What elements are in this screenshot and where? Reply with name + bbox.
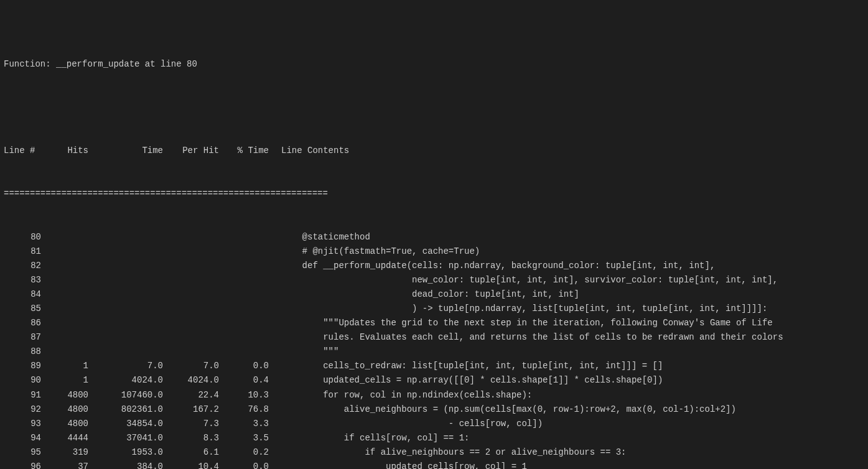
cell-code-contents: if cells[row, col] == 1: bbox=[269, 431, 469, 445]
profiler-row: 914800107460.022.410.3 for row, col in n… bbox=[4, 388, 864, 402]
profiler-row: 9637384.010.40.0 updated_cells[row, col]… bbox=[4, 460, 864, 469]
cell-code-contents: for row, col in np.ndindex(cells.shape): bbox=[269, 388, 532, 402]
cell-line-number: 88 bbox=[4, 345, 41, 359]
cell-code-contents: if alive_neighbours == 2 or alive_neighb… bbox=[269, 445, 627, 460]
profiler-row: 8917.07.00.0 cells_to_redraw: list[tuple… bbox=[4, 359, 864, 373]
profiler-row: 94444437041.08.33.5 if cells[row, col] =… bbox=[4, 431, 864, 445]
blank-line bbox=[4, 86, 864, 101]
cell-time: 37041.0 bbox=[88, 431, 163, 445]
cell-line-number: 89 bbox=[4, 359, 41, 373]
header-percent-time: % Time bbox=[219, 144, 269, 158]
profiler-row: 924800802361.0167.276.8 alive_neighbours… bbox=[4, 402, 864, 417]
cell-code-contents: # @njit(fastmath=True, cache=True) bbox=[269, 244, 480, 259]
cell-percent-time: 3.5 bbox=[219, 431, 269, 445]
cell-per-hit: 7.3 bbox=[163, 417, 219, 431]
cell-time: 1953.0 bbox=[88, 445, 163, 460]
cell-hits: 37 bbox=[41, 460, 88, 469]
cell-hits: 4800 bbox=[41, 388, 88, 402]
cell-code-contents: dead_color: tuple[int, int, int] bbox=[269, 287, 579, 302]
header-hits: Hits bbox=[41, 144, 88, 158]
cell-line-number: 85 bbox=[4, 302, 41, 316]
cell-percent-time: 0.0 bbox=[219, 460, 269, 469]
profiler-function-title: Function: __perform_update at line 80 bbox=[4, 57, 864, 72]
cell-line-number: 92 bbox=[4, 402, 41, 417]
cell-per-hit: 167.2 bbox=[163, 402, 219, 417]
cell-line-number: 93 bbox=[4, 417, 41, 431]
profiler-row: 86 """Updates the grid to the next step … bbox=[4, 316, 864, 330]
cell-line-number: 91 bbox=[4, 388, 41, 402]
cell-percent-time: 76.8 bbox=[219, 402, 269, 417]
cell-time: 802361.0 bbox=[88, 402, 163, 417]
cell-code-contents: """ bbox=[269, 345, 338, 359]
cell-line-number: 95 bbox=[4, 445, 41, 460]
profiler-row: 9014024.04024.00.4 updated_cells = np.ar… bbox=[4, 373, 864, 388]
profiler-row: 81 # @njit(fastmath=True, cache=True) bbox=[4, 244, 864, 259]
profiler-row: 953191953.06.10.2 if alive_neighbours ==… bbox=[4, 445, 864, 460]
separator-line: ========================================… bbox=[4, 187, 864, 201]
cell-per-hit: 22.4 bbox=[163, 388, 219, 402]
cell-percent-time: 0.4 bbox=[219, 373, 269, 388]
cell-time: 4024.0 bbox=[88, 373, 163, 388]
cell-percent-time: 3.3 bbox=[219, 417, 269, 431]
cell-time: 384.0 bbox=[88, 460, 163, 469]
cell-code-contents: - cells[row, col]) bbox=[269, 417, 543, 431]
cell-line-number: 82 bbox=[4, 259, 41, 273]
cell-time: 107460.0 bbox=[88, 388, 163, 402]
cell-line-number: 83 bbox=[4, 273, 41, 287]
cell-per-hit: 6.1 bbox=[163, 445, 219, 460]
cell-percent-time: 0.2 bbox=[219, 445, 269, 460]
profiler-column-headers: Line #HitsTimePer Hit% TimeLine Contents bbox=[4, 129, 864, 158]
cell-code-contents: updated_cells[row, col] = 1 bbox=[269, 460, 527, 469]
profiler-row: 87 rules. Evaluates each cell, and retur… bbox=[4, 330, 864, 345]
profiler-row: 88 """ bbox=[4, 345, 864, 359]
cell-hits: 319 bbox=[41, 445, 88, 460]
profiler-row: 85 ) -> tuple[np.ndarray, list[tuple[int… bbox=[4, 302, 864, 316]
cell-hits: 4800 bbox=[41, 417, 88, 431]
cell-line-number: 87 bbox=[4, 330, 41, 345]
cell-time: 34854.0 bbox=[88, 417, 163, 431]
cell-code-contents: """Updates the grid to the next step in … bbox=[269, 316, 773, 330]
header-time: Time bbox=[88, 144, 163, 158]
cell-code-contents: def __perform_update(cells: np.ndarray, … bbox=[269, 259, 715, 273]
header-line-number: Line # bbox=[4, 144, 41, 158]
cell-code-contents: cells_to_redraw: list[tuple[int, int, tu… bbox=[269, 359, 663, 373]
profiler-row: 83 new_color: tuple[int, int, int], surv… bbox=[4, 273, 864, 287]
cell-code-contents: rules. Evaluates each cell, and returns … bbox=[269, 330, 783, 345]
cell-per-hit: 4024.0 bbox=[163, 373, 219, 388]
cell-line-number: 96 bbox=[4, 460, 41, 469]
cell-hits: 4800 bbox=[41, 402, 88, 417]
cell-time: 7.0 bbox=[88, 359, 163, 373]
cell-hits: 1 bbox=[41, 373, 88, 388]
cell-line-number: 84 bbox=[4, 287, 41, 302]
cell-line-number: 86 bbox=[4, 316, 41, 330]
cell-per-hit: 7.0 bbox=[163, 359, 219, 373]
cell-code-contents: updated_cells = np.array([[0] * cells.sh… bbox=[269, 373, 663, 388]
cell-per-hit: 8.3 bbox=[163, 431, 219, 445]
cell-code-contents: ) -> tuple[np.ndarray, list[tuple[int, i… bbox=[269, 302, 767, 316]
cell-line-number: 80 bbox=[4, 230, 41, 244]
profiler-row: 80 @staticmethod bbox=[4, 230, 864, 244]
cell-code-contents: @staticmethod bbox=[269, 230, 370, 244]
cell-percent-time: 10.3 bbox=[219, 388, 269, 402]
header-line-contents: Line Contents bbox=[269, 144, 349, 158]
profiler-rows: 80 @staticmethod81 # @njit(fastmath=True… bbox=[4, 230, 864, 470]
cell-line-number: 90 bbox=[4, 373, 41, 388]
cell-line-number: 81 bbox=[4, 244, 41, 259]
cell-per-hit: 10.4 bbox=[163, 460, 219, 469]
cell-percent-time: 0.0 bbox=[219, 359, 269, 373]
header-per-hit: Per Hit bbox=[163, 144, 219, 158]
cell-code-contents: alive_neighbours = (np.sum(cells[max(0, … bbox=[269, 402, 736, 417]
profiler-row: 93480034854.07.33.3 - cells[row, col]) bbox=[4, 417, 864, 431]
cell-hits: 1 bbox=[41, 359, 88, 373]
profiler-row: 84 dead_color: tuple[int, int, int] bbox=[4, 287, 864, 302]
cell-hits: 4444 bbox=[41, 431, 88, 445]
cell-code-contents: new_color: tuple[int, int, int], survivo… bbox=[269, 273, 778, 287]
cell-line-number: 94 bbox=[4, 431, 41, 445]
profiler-row: 82 def __perform_update(cells: np.ndarra… bbox=[4, 259, 864, 273]
